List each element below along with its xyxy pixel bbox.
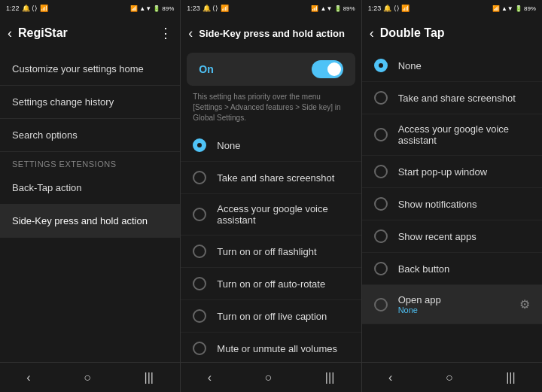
battery-3: 89%	[524, 5, 536, 12]
nav-back-1[interactable]: ‹	[11, 365, 45, 390]
radio-notifications-3[interactable]: Show notifications	[362, 188, 542, 220]
time-3: 1:23	[368, 5, 382, 12]
nav-home-1[interactable]: ○	[69, 365, 106, 390]
header-1: ‹ RegiStar ⋮	[0, 17, 180, 50]
nav-bar-2: ‹ ○ |||	[181, 362, 361, 392]
status-bar-1: 1:22 🔔 ⟨⟩ 📶 📶 ▲▼ 🔋 89%	[0, 0, 180, 17]
hint-text: This setting has priority over the menu …	[181, 89, 361, 129]
radio-circle-none-3	[374, 59, 388, 72]
radio-google-3[interactable]: Access your google voice assistant	[362, 114, 542, 156]
nav-recents-2[interactable]: |||	[310, 365, 349, 390]
page-title-3: Double Tap	[380, 26, 534, 40]
radio-livecaption-2[interactable]: Turn on or off live caption	[181, 300, 361, 333]
radio-label-mute-2: Mute or unmute all volumes	[217, 343, 349, 354]
radio-circle-autorotate-2	[193, 277, 206, 290]
signal-icons-2: 📶 ▲▼ 🔋	[311, 5, 341, 12]
more-button-1[interactable]: ⋮	[159, 25, 172, 41]
radio-label-back-3: Back button	[398, 263, 530, 275]
radio-circle-screenshot-3	[374, 91, 388, 105]
nav-back-3[interactable]: ‹	[373, 365, 407, 390]
radio-label-notifications-3: Show notifications	[398, 199, 530, 210]
status-bar-2: 1:23 🔔 ⟨⟩ 📶 📶 ▲▼ 🔋 89%	[181, 0, 361, 17]
radio-label-flashlight-2: Turn on or off flashlight	[217, 246, 349, 257]
radio-none-3[interactable]: None	[362, 50, 542, 82]
status-right-3: 📶 ▲▼ 🔋 89%	[492, 5, 536, 12]
radio-label-popup-3: Start pop-up window	[398, 166, 530, 178]
menu-list-1: Customize your settings home Settings ch…	[0, 50, 180, 362]
radio-label-google-3: Access your google voice assistant	[398, 123, 530, 146]
radio-flashlight-2[interactable]: Turn on or off flashlight	[181, 236, 361, 268]
status-left-2: 1:23 🔔 ⟨⟩ 📶	[187, 5, 229, 12]
toggle-row: On	[187, 53, 355, 86]
radio-circle-notifications-3	[374, 197, 388, 211]
radio-circle-recentapps-3	[374, 229, 388, 243]
radio-recentapps-3[interactable]: Show recent apps	[362, 220, 542, 253]
nav-home-3[interactable]: ○	[431, 365, 468, 390]
menu-item-customize[interactable]: Customize your settings home	[0, 53, 180, 86]
status-left-1: 1:22 🔔 ⟨⟩ 📶	[6, 5, 48, 12]
radio-circle-openapp-3	[374, 298, 388, 311]
icons-2: 🔔 ⟨⟩ 📶	[202, 5, 229, 12]
status-right-1: 📶 ▲▼ 🔋 89%	[130, 5, 174, 12]
radio-label-livecaption-2: Turn on or off live caption	[217, 311, 349, 322]
nav-recents-1[interactable]: |||	[129, 365, 169, 390]
radio-google-2[interactable]: Access your google voice assistant	[181, 194, 361, 236]
battery-2: 89%	[343, 5, 355, 12]
toggle-switch[interactable]	[312, 60, 343, 78]
menu-item-sidekey[interactable]: Side-Key press and hold action	[0, 205, 180, 238]
radio-label-recentapps-3: Show recent apps	[398, 231, 530, 242]
section-label-extensions: Settings extensions	[0, 152, 180, 172]
radio-circle-flashlight-2	[193, 245, 206, 258]
radio-circle-none-2	[193, 138, 206, 152]
radio-mute-2[interactable]: Mute or unmute all volumes	[181, 333, 361, 362]
radio-sublabel-openapp-3: None	[398, 305, 509, 315]
icons-1: 🔔 ⟨⟩ 📶	[22, 5, 48, 12]
signal-icons-1: 📶 ▲▼ 🔋	[130, 5, 160, 12]
back-button-1[interactable]: ‹	[8, 26, 12, 41]
menu-item-search[interactable]: Search options	[0, 119, 180, 152]
radio-label-none-3: None	[398, 60, 530, 71]
nav-home-2[interactable]: ○	[250, 365, 288, 390]
header-2: ‹ Side-Key press and hold action	[181, 17, 361, 50]
radio-screenshot-3[interactable]: Take and share screenshot	[362, 82, 542, 114]
radio-circle-mute-2	[193, 342, 206, 355]
nav-recents-3[interactable]: |||	[491, 365, 530, 390]
radio-screenshot-2[interactable]: Take and share screenshot	[181, 162, 361, 194]
radio-none-2[interactable]: None	[181, 129, 361, 162]
radio-circle-google-2	[193, 208, 206, 221]
radio-label-autorotate-2: Turn on or off auto-rotate	[217, 278, 349, 290]
radio-popup-3[interactable]: Start pop-up window	[362, 156, 542, 188]
radio-label-google-2: Access your google voice assistant	[217, 203, 349, 226]
screen-sidekey: 1:23 🔔 ⟨⟩ 📶 📶 ▲▼ 🔋 89% ‹ Side-Key press …	[181, 0, 361, 392]
radio-label-openapp-3: Open app	[398, 294, 509, 305]
toggle-label: On	[199, 63, 213, 75]
menu-item-backtap[interactable]: Back-Tap action	[0, 172, 180, 205]
back-button-2[interactable]: ‹	[188, 26, 193, 41]
screen-registar: 1:22 🔔 ⟨⟩ 📶 📶 ▲▼ 🔋 89% ‹ RegiStar ⋮ Cust…	[0, 0, 181, 392]
time-1: 1:22	[6, 5, 20, 12]
status-bar-3: 1:23 🔔 ⟨⟩ 📶 📶 ▲▼ 🔋 89%	[362, 0, 542, 17]
gear-icon-3[interactable]: ⚙	[519, 297, 530, 311]
radio-label-none-2: None	[217, 140, 349, 151]
header-3: ‹ Double Tap	[362, 17, 542, 50]
radio-list-2: None Take and share screenshot Access yo…	[181, 129, 361, 362]
icons-3: 🔔 ⟨⟩ 📶	[383, 5, 410, 12]
radio-circle-popup-3	[374, 165, 388, 178]
back-button-3[interactable]: ‹	[370, 26, 374, 41]
radio-autorotate-2[interactable]: Turn on or off auto-rotate	[181, 268, 361, 300]
radio-openapp-3[interactable]: Open app None ⚙	[362, 285, 542, 324]
menu-item-history[interactable]: Settings change history	[0, 86, 180, 119]
radio-label-screenshot-2: Take and share screenshot	[217, 172, 349, 184]
radio-list-3: None Take and share screenshot Access yo…	[362, 50, 542, 362]
nav-back-2[interactable]: ‹	[193, 365, 227, 390]
signal-icons-3: 📶 ▲▼ 🔋	[492, 5, 522, 12]
radio-circle-screenshot-2	[193, 171, 206, 184]
page-title-1: RegiStar	[18, 26, 153, 40]
radio-back-3[interactable]: Back button	[362, 253, 542, 285]
status-left-3: 1:23 🔔 ⟨⟩ 📶	[368, 5, 410, 12]
time-2: 1:23	[187, 5, 200, 12]
radio-circle-livecaption-2	[193, 309, 206, 323]
nav-bar-1: ‹ ○ |||	[0, 362, 180, 392]
screen-doubletap: 1:23 🔔 ⟨⟩ 📶 📶 ▲▼ 🔋 89% ‹ Double Tap None…	[362, 0, 542, 392]
radio-circle-back-3	[374, 262, 388, 275]
